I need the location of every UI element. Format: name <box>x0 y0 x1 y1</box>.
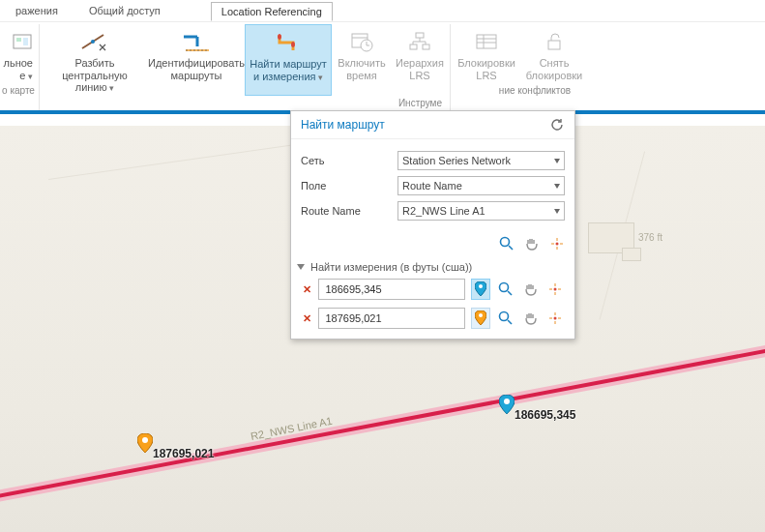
btn-lnoe[interactable]: льное е ▾ <box>0 24 37 83</box>
network-select[interactable]: Station Series Network <box>397 151 565 170</box>
measure-input-1[interactable] <box>318 279 465 300</box>
svg-rect-14 <box>416 33 424 38</box>
measure-row-1: ✕ <box>291 275 574 304</box>
svg-point-41 <box>554 288 557 291</box>
btn-lrsh-line1: Иерархия <box>396 57 444 70</box>
map-icon <box>12 28 33 55</box>
btn-identify-line1: Идентифицировать <box>148 57 245 70</box>
field-select[interactable]: Route Name <box>397 176 565 195</box>
network-label: Сеть <box>301 155 397 166</box>
svg-point-4 <box>91 40 95 44</box>
svg-point-39 <box>500 283 509 292</box>
svg-point-38 <box>479 284 483 288</box>
tab-zhacheniya[interactable]: ражения <box>6 2 68 21</box>
ribbon-group-map: льное е ▾ о карте <box>0 24 40 110</box>
map-pin-blue-label: 186695,345 <box>515 408 575 422</box>
zoom-measure-2[interactable] <box>496 308 515 329</box>
identify-routes-icon <box>182 28 211 55</box>
pan-measure-2[interactable] <box>521 308 541 329</box>
group-label-conflicts: ние конфликтов <box>499 85 571 98</box>
svg-point-31 <box>501 238 510 247</box>
pan-measure-1[interactable] <box>521 279 541 300</box>
svg-line-32 <box>509 246 513 250</box>
btn-split-line1: Разбить центральную <box>44 57 146 81</box>
calendar-clock-icon <box>350 28 373 55</box>
svg-point-30 <box>142 437 148 443</box>
btn-release-locks[interactable]: Снять блокировки <box>520 24 588 83</box>
svg-line-26 <box>0 339 765 503</box>
panel-title: Найти маршрут <box>301 118 385 132</box>
tab-obshchiy-dostup[interactable]: Общий доступ <box>79 2 170 21</box>
unlock-icon <box>544 28 565 55</box>
pin-button-2[interactable] <box>471 308 490 329</box>
zoom-measure-1[interactable] <box>496 279 515 300</box>
panel-form: Сеть Station Series Network Поле Route N… <box>291 138 574 232</box>
tab-location-referencing[interactable]: Location Referencing <box>211 2 333 21</box>
flash-measure-2[interactable] <box>545 308 565 329</box>
ribbon-group-tools: Разбить центральную линию ▾ Идентифициро… <box>40 24 451 110</box>
pan-icon[interactable] <box>524 236 540 251</box>
svg-point-49 <box>554 317 557 320</box>
hierarchy-icon <box>408 28 431 55</box>
chevron-down-icon <box>554 209 560 214</box>
remove-measure-2[interactable]: ✕ <box>301 312 312 325</box>
chevron-down-icon <box>554 184 560 189</box>
btn-split-line2: линию ▾ <box>75 81 115 94</box>
map-pin-orange-label: 187695,021 <box>153 447 214 460</box>
btn-lrs-locks[interactable]: Блокировки LRS <box>453 24 520 83</box>
remove-measure-1[interactable]: ✕ <box>301 283 312 296</box>
svg-rect-1 <box>16 38 21 42</box>
zoom-icon[interactable] <box>499 236 515 251</box>
svg-rect-21 <box>477 35 496 48</box>
svg-rect-2 <box>23 38 28 45</box>
measure-row-2: ✕ <box>291 304 574 339</box>
field-value: Route Name <box>402 180 462 192</box>
field-label: Поле <box>301 180 397 192</box>
find-route-icon <box>274 29 303 56</box>
btn-time-line1: Включить <box>338 57 385 70</box>
refresh-icon[interactable] <box>549 117 565 133</box>
btn-lrs-hierarchy[interactable]: Иерархия LRS <box>392 24 448 96</box>
btn-time-line2: время <box>346 70 377 82</box>
svg-rect-25 <box>548 41 560 49</box>
btn-release-line2: блокировки <box>526 70 582 82</box>
elevation-label: 376 ft <box>638 232 662 243</box>
measures-section-header[interactable]: Найти измерения (в футы (сша)) <box>291 259 574 275</box>
chevron-down-icon <box>554 159 560 163</box>
measure-input-2[interactable] <box>318 308 465 329</box>
btn-locks-line1: Блокировки <box>457 57 515 70</box>
btn-enable-time[interactable]: Включить время <box>332 24 392 96</box>
collapse-icon <box>297 264 305 270</box>
route-select[interactable]: R2_NWS Line A1 <box>397 201 565 221</box>
btn-lnoe-line2: е ▾ <box>19 70 33 82</box>
map-pin-orange[interactable] <box>137 433 153 455</box>
svg-text:R2_NWS Line A1: R2_NWS Line A1 <box>250 415 333 442</box>
btn-locks-line2: LRS <box>476 70 496 82</box>
group-label-map: о карте <box>2 85 35 98</box>
ribbon-body: льное е ▾ о карте Разбить центральную ли… <box>0 21 765 110</box>
find-route-panel: Найти маршрут Сеть Station Series Networ… <box>290 110 575 340</box>
map-pin-blue[interactable] <box>499 395 515 416</box>
btn-identify-routes[interactable]: Идентифицировать маршруты <box>148 24 245 96</box>
ribbon-tabs: ражения Общий доступ Location Referencin… <box>0 0 765 21</box>
pin-button-1[interactable] <box>471 279 490 300</box>
svg-line-40 <box>508 291 512 295</box>
flash-icon[interactable] <box>549 236 565 251</box>
svg-line-27 <box>0 339 765 503</box>
route-label: Route Name <box>301 205 397 217</box>
svg-rect-0 <box>14 35 31 48</box>
svg-rect-15 <box>410 44 417 49</box>
btn-find-route-measures[interactable]: Найти маршрут и измерения ▾ <box>245 24 332 96</box>
flash-measure-1[interactable] <box>545 279 565 300</box>
btn-lnoe-line1: льное <box>4 57 33 70</box>
ribbon-group-locks: Блокировки LRS Снять блокировки ние конф… <box>451 24 590 110</box>
route-value: R2_NWS Line A1 <box>402 205 485 217</box>
btn-split-centerline[interactable]: Разбить центральную линию ▾ <box>42 24 148 96</box>
group-label-tools: Инструме <box>398 98 448 110</box>
split-line-icon <box>80 28 109 55</box>
measures-title: Найти измерения (в футы (сша)) <box>310 261 472 273</box>
svg-point-47 <box>500 312 509 321</box>
svg-point-33 <box>556 243 559 246</box>
btn-lrsh-line2: LRS <box>409 70 429 82</box>
locks-table-icon <box>475 28 498 55</box>
